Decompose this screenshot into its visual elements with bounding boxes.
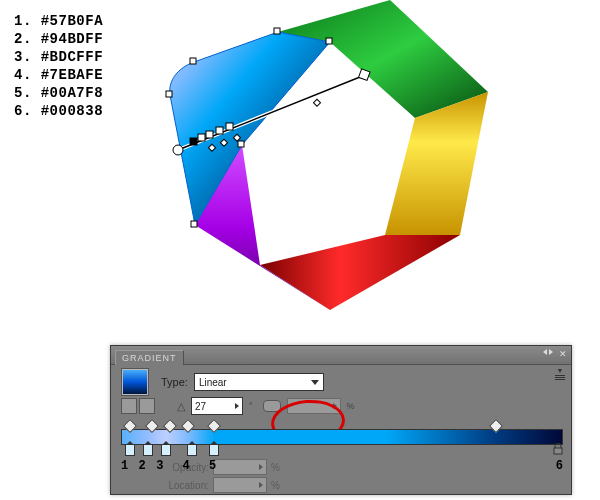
opacity-input (213, 459, 267, 475)
svg-rect-11 (198, 134, 205, 141)
svg-rect-12 (206, 131, 213, 138)
color-stop[interactable] (143, 444, 153, 456)
color-stop-end[interactable] (553, 443, 563, 455)
chevron-down-icon (311, 380, 319, 385)
pentagon-ribbon-artwork (150, 0, 510, 354)
color-reference-list: 1. #57B0FA 2. #94BDFF 3. #BDCFFF 4. #7EB… (14, 12, 103, 120)
svg-rect-18 (313, 99, 320, 106)
svg-rect-4 (238, 141, 244, 147)
svg-rect-1 (190, 58, 196, 64)
reverse-gradient-icon[interactable] (121, 398, 137, 414)
stop-label: 4 (183, 459, 190, 473)
svg-rect-5 (191, 221, 197, 227)
color-stop[interactable] (125, 444, 135, 456)
gradient-panel: GRADIENT ✕ ▼ Type: Linear △ 27 (110, 345, 572, 495)
aspect-ratio-input[interactable] (287, 398, 341, 414)
type-label: Type: (161, 376, 188, 388)
angle-icon: △ (177, 400, 185, 413)
stop-label: 5 (209, 459, 216, 473)
stepper-icon[interactable] (235, 403, 239, 409)
panel-tab-gradient[interactable]: GRADIENT (115, 350, 184, 365)
color-stop[interactable] (161, 444, 171, 456)
angle-input[interactable]: 27 (191, 397, 243, 415)
location-label: Location: (161, 480, 209, 491)
gradient-ramp[interactable]: 1 2 3 4 5 6 (121, 423, 561, 457)
gradient-swatch[interactable] (121, 368, 149, 396)
panel-header[interactable]: GRADIENT ✕ (111, 346, 571, 365)
collapse-left-icon[interactable] (543, 349, 547, 355)
panel-menu-icon[interactable]: ▼ (555, 367, 565, 380)
stop-label: 2 (139, 459, 146, 473)
svg-rect-3 (326, 38, 332, 44)
stop-label: 3 (156, 459, 163, 473)
type-dropdown[interactable]: Linear (194, 373, 324, 391)
color-stop[interactable] (187, 444, 197, 456)
collapse-right-icon[interactable] (549, 349, 553, 355)
svg-rect-13 (216, 127, 223, 134)
svg-rect-2 (274, 28, 280, 34)
svg-point-8 (173, 145, 183, 155)
gradient-options-icon[interactable] (139, 398, 155, 414)
close-icon[interactable]: ✕ (559, 349, 567, 359)
svg-rect-14 (226, 123, 233, 130)
svg-rect-0 (166, 91, 172, 97)
svg-rect-10 (190, 138, 197, 145)
svg-rect-19 (554, 448, 562, 454)
stop-label: 1 (121, 459, 128, 473)
stop-label: 6 (556, 459, 563, 473)
color-stop[interactable] (209, 444, 219, 456)
aspect-link-icon[interactable] (263, 400, 281, 412)
degree-symbol: ° (249, 401, 253, 411)
location-input (213, 477, 267, 493)
